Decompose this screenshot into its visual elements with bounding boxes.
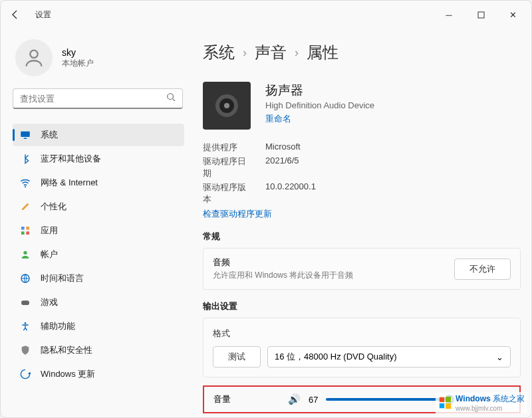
deny-button[interactable]: 不允许 (454, 259, 511, 280)
device-block: 扬声器 High Definition Audio Device 重命名 (203, 82, 521, 130)
minimize-button[interactable]: ─ (436, 5, 462, 25)
device-title: 扬声器 (265, 82, 374, 99)
app-title: 设置 (35, 9, 51, 21)
game-icon (19, 296, 31, 308)
output-card: 格式 测试 16 位，48000 Hz (DVD Quality) ⌄ (203, 318, 521, 377)
svg-point-17 (224, 103, 229, 108)
titlebar: 设置 ─ ✕ (1, 1, 531, 29)
brush-icon (19, 201, 31, 213)
audio-sub: 允许应用和 Windows 将此设备用于音频 (213, 270, 353, 281)
svg-rect-10 (26, 231, 29, 235)
sidebar-item-10[interactable]: Windows 更新 (13, 363, 184, 385)
breadcrumb-system[interactable]: 系统 (203, 42, 235, 63)
format-dropdown[interactable]: 16 位，48000 Hz (DVD Quality) ⌄ (267, 346, 511, 367)
sidebar: sky 本地帐户 系统蓝牙和其他设备网络 & Internet个性化应用帐户时间… (1, 29, 192, 417)
svg-point-2 (168, 94, 174, 100)
sidebar-item-7[interactable]: 游戏 (13, 291, 184, 314)
svg-rect-13 (21, 300, 29, 305)
svg-point-14 (25, 322, 27, 324)
svg-point-11 (23, 251, 27, 255)
breadcrumb: 系统 › 声音 › 属性 (203, 42, 521, 63)
search-icon (166, 92, 176, 104)
windows-logo-icon (438, 395, 453, 410)
watermark: Windows 系统之家 www.bjjmlv.com (436, 392, 527, 413)
settings-window: 设置 ─ ✕ sky 本地帐户 系统蓝牙和其他设备网络 & Inter (0, 0, 532, 418)
sidebar-item-4[interactable]: 应用 (13, 219, 184, 242)
sidebar-item-1[interactable]: 蓝牙和其他设备 (13, 148, 184, 170)
search-field[interactable] (20, 94, 166, 104)
update-icon (19, 368, 31, 380)
test-button[interactable]: 测试 (213, 346, 261, 367)
svg-rect-19 (446, 397, 451, 402)
svg-line-3 (173, 99, 176, 102)
sidebar-item-6[interactable]: 时间和语言 (13, 267, 184, 290)
person-icon (19, 249, 31, 261)
audio-label: 音频 (213, 257, 353, 268)
sidebar-item-3[interactable]: 个性化 (13, 195, 184, 218)
svg-rect-4 (21, 132, 30, 137)
device-sub: High Definition Audio Device (265, 100, 374, 110)
chevron-down-icon: ⌄ (496, 352, 503, 362)
globe-icon (19, 272, 31, 284)
back-button[interactable] (6, 5, 25, 24)
svg-rect-0 (478, 12, 484, 18)
wifi-icon (19, 177, 31, 189)
audio-card: 音频 允许应用和 Windows 将此设备用于音频 不允许 (203, 248, 521, 290)
apps-icon (19, 225, 31, 237)
svg-point-1 (30, 51, 37, 58)
volume-value: 67 (309, 395, 318, 405)
sidebar-item-9[interactable]: 隐私和安全性 (13, 339, 184, 362)
driver-props: 提供程序Microsoft 驱动程序日期2021/6/5 驱动程序版本10.0.… (203, 142, 521, 220)
chevron-right-icon: › (295, 46, 299, 60)
bluetooth-icon (19, 153, 31, 165)
user-name: sky (62, 47, 94, 58)
user-block[interactable]: sky 本地帐户 (13, 35, 192, 88)
svg-rect-8 (26, 227, 29, 230)
close-button[interactable]: ✕ (499, 5, 526, 25)
speaker-icon (203, 82, 251, 130)
nav: 系统蓝牙和其他设备网络 & Internet个性化应用帐户时间和语言游戏辅助功能… (13, 124, 192, 385)
section-general: 常规 (203, 231, 521, 243)
format-label: 格式 (213, 328, 511, 340)
breadcrumb-properties: 属性 (307, 42, 338, 63)
sidebar-item-8[interactable]: 辅助功能 (13, 315, 184, 338)
svg-rect-5 (24, 138, 27, 140)
rename-link[interactable]: 重命名 (265, 113, 374, 125)
svg-rect-21 (446, 403, 451, 409)
svg-rect-7 (21, 227, 25, 230)
update-driver-link[interactable]: 检查驱动程序更新 (203, 208, 521, 220)
main: 系统 › 声音 › 属性 扬声器 High Definition Audio D… (192, 29, 531, 417)
breadcrumb-sound[interactable]: 声音 (255, 42, 287, 63)
monitor-icon (19, 129, 31, 141)
sidebar-item-0[interactable]: 系统 (13, 124, 184, 146)
chevron-right-icon: › (243, 46, 247, 60)
svg-point-6 (25, 186, 26, 187)
svg-rect-18 (440, 397, 444, 402)
shield-icon (19, 344, 31, 356)
sidebar-item-2[interactable]: 网络 & Internet (13, 171, 184, 194)
avatar (15, 39, 53, 76)
section-output: 输出设置 (203, 300, 521, 312)
search-input[interactable] (13, 88, 183, 109)
sidebar-item-5[interactable]: 帐户 (13, 243, 184, 266)
accessibility-icon (19, 320, 31, 332)
user-sub: 本地帐户 (62, 58, 94, 69)
volume-icon[interactable]: 🔊 (288, 393, 301, 405)
volume-label: 音量 (213, 393, 280, 405)
svg-rect-9 (21, 231, 25, 235)
maximize-button[interactable] (467, 5, 494, 25)
svg-rect-20 (440, 403, 444, 408)
